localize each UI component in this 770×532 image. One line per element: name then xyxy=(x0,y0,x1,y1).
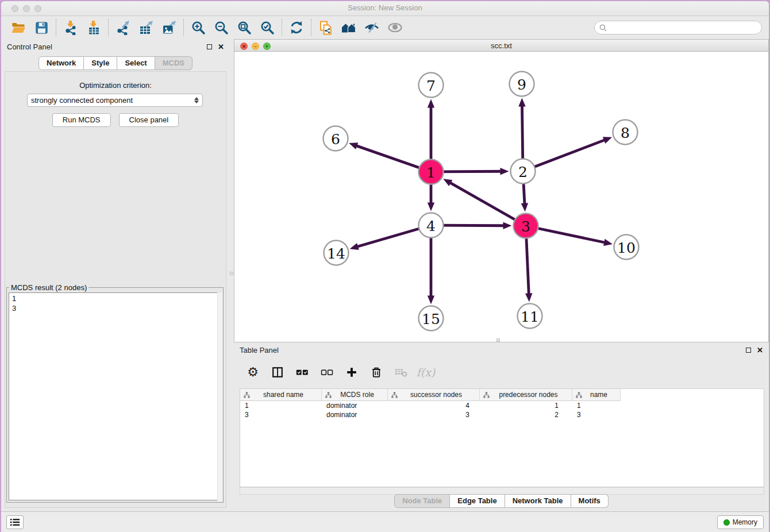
export-network-button[interactable] xyxy=(111,18,134,37)
export-table-button[interactable] xyxy=(134,18,157,37)
optimization-criterion-label: Optimization criterion: xyxy=(5,81,226,90)
column-header-successor-nodes[interactable]: successor nodes xyxy=(388,389,480,401)
hide-graphics-button[interactable] xyxy=(360,18,383,37)
clone-network-button[interactable] xyxy=(314,18,337,37)
edge-arrowhead xyxy=(525,293,532,302)
float-table-panel-icon[interactable] xyxy=(746,348,751,353)
tab-edge-table[interactable]: Edge Table xyxy=(450,494,505,508)
refresh-button[interactable] xyxy=(285,18,308,37)
sitemap-icon xyxy=(483,392,490,398)
zoom-out-button[interactable] xyxy=(210,18,233,37)
toolbar-separator xyxy=(108,19,109,36)
panel-divider[interactable] xyxy=(230,39,234,511)
import-table-button[interactable] xyxy=(82,18,105,37)
open-folder-icon xyxy=(11,20,26,35)
table-panel: Table Panel ✕ ⚙ f(x) shared nameMCDS rol… xyxy=(234,342,769,511)
search-input[interactable] xyxy=(610,22,761,33)
table-cell[interactable]: 3 xyxy=(572,410,621,419)
sitemap-icon xyxy=(325,392,332,398)
column-header-name[interactable]: name xyxy=(572,389,621,401)
toolbar-separator xyxy=(183,19,184,36)
import-table-icon xyxy=(86,20,101,35)
close-table-panel-icon[interactable]: ✕ xyxy=(757,346,763,354)
graph-edge-3-1[interactable] xyxy=(450,183,526,226)
table-settings-button[interactable]: ⚙ xyxy=(243,363,263,382)
import-network-button[interactable] xyxy=(59,18,82,37)
open-session-button[interactable] xyxy=(7,18,30,37)
mcds-panel: Optimization criterion: strongly connect… xyxy=(5,71,226,508)
edge-arrowhead xyxy=(503,222,511,229)
table-cell[interactable]: 2 xyxy=(480,410,572,419)
export-image-button[interactable] xyxy=(157,18,180,37)
table-cell[interactable]: 1 xyxy=(240,401,322,410)
close-panel-button[interactable]: Close panel xyxy=(119,113,179,127)
zoom-in-button[interactable] xyxy=(187,18,210,37)
table-cell[interactable]: 1 xyxy=(480,401,572,410)
export-table-icon xyxy=(138,20,153,35)
function-builder-button[interactable]: f(x) xyxy=(416,363,436,382)
zoom-fit-button[interactable] xyxy=(233,18,256,37)
chevron-updown-icon xyxy=(194,97,199,103)
close-panel-icon[interactable]: ✕ xyxy=(218,43,224,51)
edge-arrowhead xyxy=(428,296,434,304)
mcds-result-text[interactable]: 1 3 xyxy=(9,292,221,500)
tab-motifs[interactable]: Motifs xyxy=(571,494,609,508)
eye-crossed-icon xyxy=(364,20,379,35)
table-cell[interactable]: 3 xyxy=(388,410,480,419)
table-cell[interactable]: dominator xyxy=(322,401,388,410)
tab-node-table[interactable]: Node Table xyxy=(394,494,450,508)
tab-network[interactable]: Network xyxy=(38,56,84,70)
network-window-title: scc.txt xyxy=(234,41,768,50)
divider-grip[interactable] xyxy=(230,272,233,275)
sitemap-icon xyxy=(391,392,398,398)
edge-arrowhead xyxy=(518,98,525,106)
run-mcds-button[interactable]: Run MCDS xyxy=(52,113,111,127)
task-history-button[interactable] xyxy=(6,515,24,529)
tab-network-table[interactable]: Network Table xyxy=(505,494,571,508)
column-header-MCDS-role[interactable]: MCDS role xyxy=(322,389,388,401)
main-toolbar xyxy=(1,16,769,39)
result-scrollbar[interactable] xyxy=(217,292,222,502)
show-graphics-button[interactable] xyxy=(383,18,406,37)
node-label-14: 14 xyxy=(327,245,345,262)
tab-mcds[interactable]: MCDS xyxy=(155,56,192,70)
canvas-grip[interactable] xyxy=(496,338,500,342)
create-column-button[interactable] xyxy=(342,363,361,382)
node-table-header: shared nameMCDS rolesuccessor nodesprede… xyxy=(240,389,764,401)
float-panel-icon[interactable] xyxy=(207,44,212,49)
delete-table-icon xyxy=(394,366,408,379)
tab-select[interactable]: Select xyxy=(117,56,155,70)
zoom-selected-button[interactable] xyxy=(256,18,279,37)
show-columns-button[interactable] xyxy=(268,363,287,382)
table-cell[interactable]: dominator xyxy=(322,410,388,419)
table-cell[interactable]: 1 xyxy=(572,401,621,410)
memory-button[interactable]: Memory xyxy=(717,515,764,529)
zoom-fit-icon xyxy=(237,20,252,35)
select-all-columns-button[interactable] xyxy=(292,363,312,382)
control-panel-header: Control Panel ✕ xyxy=(1,39,230,54)
edge-arrowhead xyxy=(349,142,358,149)
eye-icon xyxy=(387,20,403,35)
save-session-button[interactable] xyxy=(30,18,53,37)
home-button[interactable] xyxy=(337,18,360,37)
function-builder-icon: f(x) xyxy=(417,366,436,379)
deselect-all-columns-button[interactable] xyxy=(317,363,337,382)
optimization-criterion-select[interactable]: strongly connected component xyxy=(27,94,203,107)
export-image-icon xyxy=(161,20,176,35)
control-panel-title: Control Panel xyxy=(7,43,52,51)
search-box[interactable] xyxy=(594,21,762,34)
column-header-shared-name[interactable]: shared name xyxy=(240,389,322,401)
table-cell[interactable]: 3 xyxy=(240,410,322,419)
table-cell[interactable]: 4 xyxy=(388,401,480,410)
network-canvas[interactable]: 7968124314101511 xyxy=(234,52,769,342)
tab-style[interactable]: Style xyxy=(84,56,117,70)
delete-column-button[interactable] xyxy=(367,363,386,382)
delete-table-button[interactable] xyxy=(391,363,411,382)
zoom-in-icon xyxy=(191,20,206,35)
table-row[interactable]: 3dominator323 xyxy=(240,410,764,419)
graph-edge-2-8[interactable] xyxy=(523,140,605,171)
table-row[interactable]: 1dominator411 xyxy=(240,401,764,410)
edge-arrowhead xyxy=(428,99,434,108)
column-header-predecessor-nodes[interactable]: predecessor nodes xyxy=(480,389,572,401)
zoom-out-icon xyxy=(214,20,229,35)
